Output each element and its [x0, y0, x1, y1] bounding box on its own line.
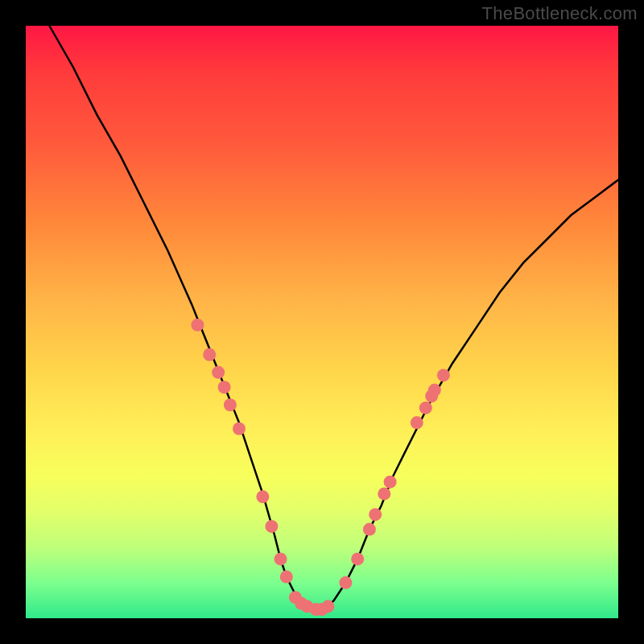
curve-marker: [363, 523, 376, 536]
curve-marker: [428, 384, 441, 397]
chart-svg: [26, 26, 618, 618]
curve-marker: [351, 552, 364, 565]
curve-marker: [224, 398, 237, 411]
plot-area: [26, 26, 618, 618]
curve-marker: [369, 508, 382, 521]
curve-marker: [378, 487, 390, 500]
curve-marker: [203, 349, 216, 361]
curve-marker: [265, 520, 278, 533]
bottleneck-curve: [49, 26, 618, 609]
chart-frame: TheBottleneck.com: [0, 0, 644, 644]
curve-marker: [233, 423, 246, 436]
curve-marker: [218, 381, 231, 394]
curve-marker: [212, 366, 225, 379]
curve-marker: [275, 552, 287, 565]
curve-marker: [339, 576, 352, 589]
watermark-text: TheBottleneck.com: [482, 3, 638, 24]
curve-marker: [384, 476, 397, 489]
curve-marker: [411, 416, 423, 429]
curve-marker: [321, 600, 334, 613]
curve-marker: [437, 369, 450, 382]
curve-marker: [256, 490, 269, 503]
curve-marker: [419, 402, 432, 415]
curve-markers: [191, 319, 450, 616]
curve-marker: [191, 319, 204, 332]
curve-marker: [280, 571, 293, 584]
